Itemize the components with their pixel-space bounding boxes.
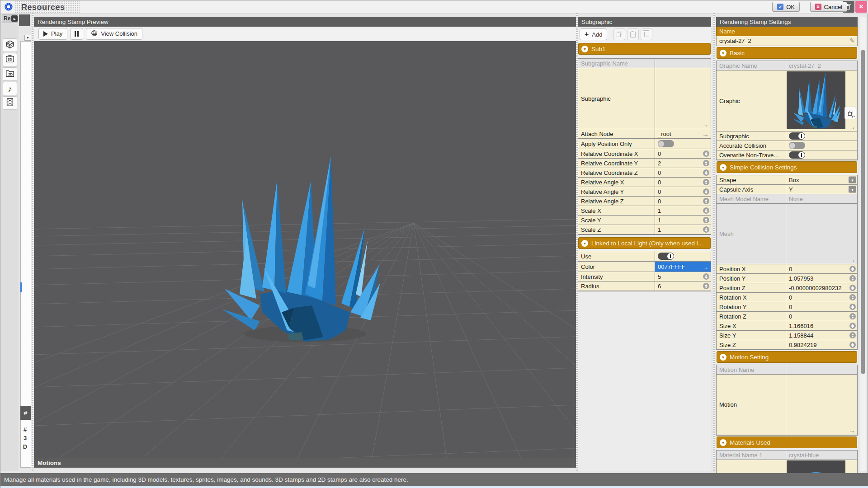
subgraphic-picker[interactable]: → — [655, 68, 711, 129]
stepper-icon[interactable] — [849, 313, 856, 319]
position-x-value[interactable]: 0 — [786, 264, 857, 273]
color-value[interactable]: 0077FFFF → — [655, 262, 711, 272]
basic-section-header[interactable]: ▾ Basic — [717, 47, 857, 59]
capsule-axis-row: Capsule Axis Y ▾ — [717, 185, 857, 194]
collapse-panel-button[interactable]: ▼ — [24, 35, 31, 41]
relative-coordinate-x-value[interactable]: 0 — [655, 149, 711, 158]
stepper-icon[interactable] — [703, 160, 709, 166]
stepper-icon[interactable] — [849, 266, 856, 272]
relative-angle-y-value[interactable]: 0 — [655, 187, 711, 196]
play-button[interactable]: Play — [38, 28, 67, 40]
resources-tree-collapsed-tab[interactable]: Re ▸ — [2, 14, 18, 23]
stepper-icon[interactable] — [703, 207, 709, 214]
motion-picker[interactable]: → — [786, 375, 857, 435]
stepper-icon[interactable] — [703, 179, 709, 185]
radius-value[interactable]: 6 — [655, 282, 711, 291]
collapsed-panel-header[interactable] — [19, 14, 30, 26]
stepper-icon[interactable] — [703, 283, 709, 289]
stepper-icon[interactable] — [703, 273, 709, 280]
rotation-x-value[interactable]: 0 — [786, 293, 857, 302]
3d-viewport[interactable] — [34, 41, 576, 458]
stepper-icon[interactable] — [849, 285, 856, 291]
apply-position-only-toggle[interactable] — [658, 140, 674, 147]
intensity-value[interactable]: 5 — [655, 272, 711, 281]
open-picker-arrow-icon[interactable]: → — [849, 123, 855, 130]
cancel-button[interactable]: × Cancel — [810, 2, 847, 12]
stepper-icon[interactable] — [703, 150, 709, 157]
stepper-icon[interactable] — [849, 275, 856, 282]
scale-y-row: Scale Y 1 — [578, 216, 711, 225]
shape-select[interactable]: Box ▾ — [786, 175, 857, 184]
open-picker-arrow-icon[interactable]: → — [849, 427, 855, 434]
relative-angle-z-value[interactable]: 0 — [655, 197, 711, 206]
motion-setting-section-header[interactable]: ▾ Motion Setting — [717, 351, 857, 363]
linked-local-light-section-header[interactable]: ▾ Linked to Local Light (Only when used … — [578, 237, 711, 249]
edit-pencil-icon[interactable]: ✎ — [849, 37, 855, 44]
collapsed-panel-track[interactable] — [20, 41, 31, 468]
subgraphic-toggle[interactable] — [789, 132, 805, 140]
position-z-value[interactable]: -0.00000002980232 — [786, 283, 857, 292]
stepper-icon[interactable] — [849, 342, 856, 348]
pause-button[interactable] — [70, 28, 83, 40]
open-picker-arrow-icon[interactable]: → — [702, 131, 709, 137]
panel-splitter[interactable] — [713, 13, 715, 471]
stepper-icon[interactable] — [703, 188, 709, 195]
position-y-value[interactable]: 1.057953 — [786, 274, 857, 283]
scale-y-value[interactable]: 1 — [655, 216, 711, 225]
settings-scrollbar-thumb[interactable] — [861, 50, 865, 374]
stepper-icon[interactable] — [703, 226, 709, 233]
open-picker-arrow-icon[interactable]: → — [849, 256, 855, 263]
add-subgraphic-button[interactable]: + Add — [580, 28, 607, 40]
ok-button[interactable]: ✓ OK — [772, 2, 800, 12]
scale-x-value[interactable]: 1 — [655, 206, 711, 215]
vertical-3d-tab-label[interactable]: #3D — [22, 426, 30, 452]
open-color-picker-arrow-icon[interactable]: → — [702, 263, 709, 270]
size-x-value[interactable]: 1.166016 — [786, 321, 857, 330]
stepper-icon[interactable] — [849, 332, 856, 338]
mesh-picker[interactable]: → — [786, 204, 857, 264]
close-window-button[interactable]: × — [855, 1, 867, 13]
dropdown-caret-icon[interactable]: ▾ — [849, 177, 856, 183]
panel-splitter[interactable] — [32, 13, 33, 471]
paste-subgraphic-button[interactable] — [627, 28, 639, 40]
relative-angle-x-value[interactable]: 0 — [655, 178, 711, 187]
view-collision-button[interactable]: View Collision — [86, 28, 142, 40]
sidebar-item-2d-images[interactable]: 2D — [3, 67, 17, 81]
sub1-section-header[interactable]: ▾ Sub1 — [578, 43, 711, 55]
stepper-icon[interactable] — [849, 294, 856, 300]
simple-collision-section-header[interactable]: ▾ Simple Collision Settings — [717, 161, 857, 173]
stepper-icon[interactable] — [849, 304, 856, 310]
capsule-axis-select[interactable]: Y ▾ — [786, 185, 857, 194]
delete-subgraphic-button[interactable] — [641, 28, 652, 40]
dropdown-caret-icon[interactable]: ▾ — [849, 186, 856, 193]
relative-coordinate-y-value[interactable]: 2 — [655, 159, 711, 168]
overwrite-non-traversable-row: Overwrite Non-Trave... — [717, 150, 857, 160]
sidebar-item-stamps[interactable] — [3, 38, 17, 52]
sidebar-item-movies[interactable] — [3, 96, 17, 110]
relative-coordinate-z-value[interactable]: 0 — [655, 168, 711, 177]
overwrite-toggle[interactable] — [789, 151, 805, 159]
rotation-y-value[interactable]: 0 — [786, 302, 857, 311]
scale-z-value[interactable]: 1 — [655, 225, 711, 234]
stepper-icon[interactable] — [703, 169, 709, 176]
stepper-icon[interactable] — [703, 217, 709, 223]
graphic-picker[interactable]: ↩ → — [786, 70, 857, 131]
attach-node-value[interactable]: _root → — [655, 129, 711, 138]
size-y-value[interactable]: 1.158844 — [786, 331, 857, 340]
size-z-value[interactable]: 0.9824219 — [786, 340, 857, 349]
copy-subgraphic-button[interactable] — [613, 28, 625, 40]
rotation-z-value[interactable]: 0 — [786, 312, 857, 321]
open-picker-arrow-icon[interactable]: → — [702, 121, 709, 128]
sidebar-item-3d-models[interactable]: 3D — [3, 53, 17, 66]
motions-panel-header-bar[interactable]: Motions — [34, 458, 576, 468]
use-toggle[interactable] — [658, 253, 674, 260]
stepper-icon[interactable] — [703, 198, 709, 204]
stamp-name-field[interactable]: crystal-27_2 ✎ — [716, 36, 858, 46]
sidebar-item-audio[interactable]: ♪ — [3, 82, 17, 95]
export-model-button[interactable]: ↩ — [844, 107, 856, 119]
titlebar[interactable]: Resources × — [0, 0, 868, 14]
hash-tab[interactable]: # — [20, 406, 31, 420]
accurate-collision-toggle[interactable] — [789, 142, 805, 149]
stepper-icon[interactable] — [849, 323, 856, 329]
materials-used-section-header[interactable]: ▾ Materials Used — [717, 436, 857, 448]
